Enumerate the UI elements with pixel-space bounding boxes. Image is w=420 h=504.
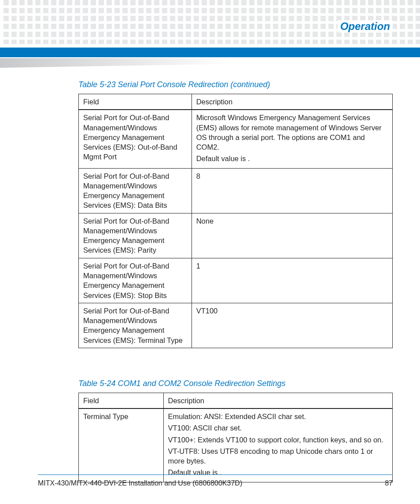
description-cell: 8 xyxy=(192,168,392,213)
description-paragraph: VT-UTF8: Uses UTF8 encoding to map Unico… xyxy=(168,446,388,466)
description-paragraph: VT100+: Extends VT100 to support color, … xyxy=(168,435,388,445)
footer-page-number: 87 xyxy=(385,479,393,487)
field-cell: Serial Port for Out-of-Band Management/W… xyxy=(79,303,192,348)
description-paragraph: Default value is . xyxy=(196,154,388,163)
description-cell: None xyxy=(192,213,392,258)
table-row: Serial Port for Out-of-Band Management/W… xyxy=(79,303,393,348)
footer-doc-title: MITX-430/MITX-440-DVI-2E Installation an… xyxy=(38,479,242,487)
header-blue-bar xyxy=(0,48,420,57)
table-row: Serial Port for Out-of-Band Management/W… xyxy=(79,110,393,168)
table-row: Serial Port for Out-of-Band Management/W… xyxy=(79,213,393,258)
field-cell: Serial Port for Out-of-Band Management/W… xyxy=(79,213,192,258)
description-paragraph: Microsoft Windows Emergency Management S… xyxy=(196,113,388,152)
section-title: Operation xyxy=(338,20,393,33)
table-5-24-caption: Table 5-24 COM1 and COM2 Console Redirec… xyxy=(78,379,393,388)
table-row: Serial Port for Out-of-Band Management/W… xyxy=(79,258,393,303)
description-cell: 1 xyxy=(192,258,392,303)
description-paragraph: VT100: ASCII char set. xyxy=(168,423,388,433)
col-desc-header: Description xyxy=(163,393,393,408)
table-header-row: Field Description xyxy=(79,393,393,408)
table-5-24: Field Description Terminal TypeEmulation… xyxy=(78,393,393,482)
table-5-23: Field Description Serial Port for Out-of… xyxy=(78,94,393,348)
description-paragraph: 1 xyxy=(196,261,388,271)
description-paragraph: Emulation: ANSI: Extended ASCII char set… xyxy=(168,412,388,421)
description-cell: Microsoft Windows Emergency Management S… xyxy=(192,110,392,168)
col-desc-header: Description xyxy=(192,94,392,110)
field-cell: Serial Port for Out-of-Band Management/W… xyxy=(79,110,192,168)
page-content: Table 5-23 Serial Port Console Redirecti… xyxy=(78,80,393,482)
page-footer: MITX-430/MITX-440-DVI-2E Installation an… xyxy=(38,475,393,487)
description-cell: VT100 xyxy=(192,303,392,348)
description-paragraph: None xyxy=(196,216,388,226)
description-paragraph: VT100 xyxy=(196,306,388,316)
description-paragraph: 8 xyxy=(196,171,388,181)
table-row: Serial Port for Out-of-Band Management/W… xyxy=(79,168,393,213)
field-cell: Terminal Type xyxy=(79,408,164,482)
description-cell: Emulation: ANSI: Extended ASCII char set… xyxy=(163,408,393,482)
col-field-header: Field xyxy=(79,94,192,110)
header-gradient-wedge xyxy=(0,58,420,68)
table-5-23-caption: Table 5-23 Serial Port Console Redirecti… xyxy=(78,80,393,89)
table-row: Terminal TypeEmulation: ANSI: Extended A… xyxy=(79,408,393,482)
table-header-row: Field Description xyxy=(79,94,393,110)
col-field-header: Field xyxy=(79,393,164,408)
field-cell: Serial Port for Out-of-Band Management/W… xyxy=(79,258,192,303)
field-cell: Serial Port for Out-of-Band Management/W… xyxy=(79,168,192,213)
